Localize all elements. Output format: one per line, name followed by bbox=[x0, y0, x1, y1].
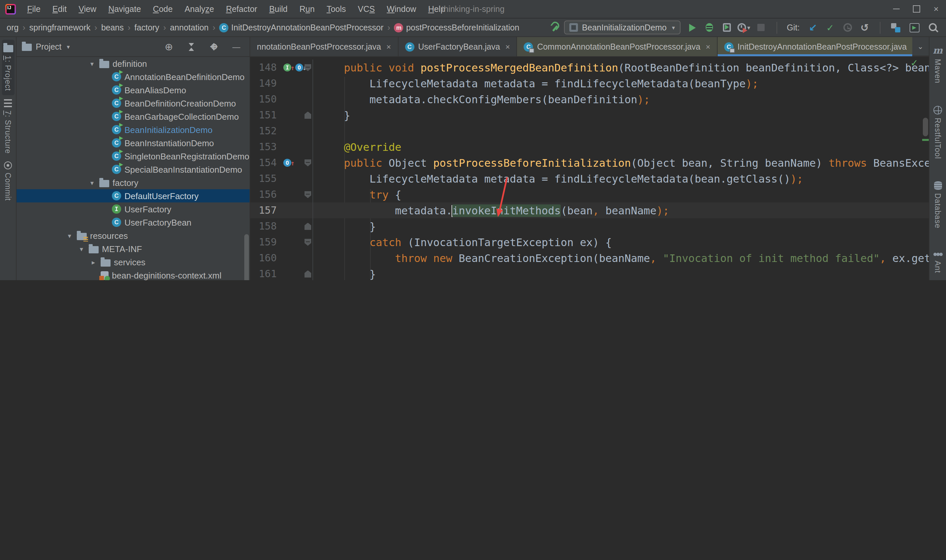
close-icon[interactable]: × bbox=[926, 0, 946, 18]
menu-item-edit[interactable]: Edit bbox=[46, 4, 72, 14]
stripe-ant[interactable]: Ant bbox=[932, 247, 944, 277]
code-line[interactable]: 158 } bbox=[250, 218, 929, 234]
compare-button[interactable] bbox=[888, 20, 904, 35]
fold-marker-icon[interactable] bbox=[305, 238, 311, 246]
code-line[interactable]: 159 catch (InvocationTargetException ex)… bbox=[250, 234, 929, 250]
menu-item-analyze[interactable]: Analyze bbox=[179, 4, 220, 14]
stripe-restfultool[interactable]: RestfulTool bbox=[932, 102, 943, 163]
menu-item-tools[interactable]: Tools bbox=[321, 4, 352, 14]
breadcrumb-item[interactable]: postProcessBeforeInitialization bbox=[393, 23, 521, 32]
project-tree-item[interactable]: BeanAliasDemo bbox=[17, 83, 250, 97]
project-tree-item[interactable]: ▾definition bbox=[17, 57, 250, 70]
code-line[interactable]: 149 LifecycleMetadata metadata = findLif… bbox=[250, 75, 929, 91]
menu-item-file[interactable]: File bbox=[21, 4, 46, 14]
editor-tab[interactable]: InitDestroyAnnotationBeanPostProcessor.j… bbox=[718, 37, 912, 56]
project-tree-item[interactable]: SingletonBeanRegistrationDemo bbox=[17, 149, 250, 163]
project-tree-item[interactable]: bean-deginitions-context.xml bbox=[17, 269, 250, 280]
code-line[interactable]: 160 throw new BeanCreationException(bean… bbox=[250, 250, 929, 266]
menu-item-run[interactable]: Run bbox=[294, 4, 321, 14]
gear-button[interactable] bbox=[206, 39, 222, 54]
project-tree-item[interactable]: SpecialBeanInstantiationDemo bbox=[17, 163, 250, 176]
menu-item-refactor[interactable]: Refactor bbox=[220, 4, 263, 14]
fold-marker-icon[interactable] bbox=[305, 64, 311, 71]
chevron-down-icon[interactable]: ▾ bbox=[67, 43, 70, 50]
tree-arrow-icon[interactable]: ▾ bbox=[77, 245, 85, 252]
code-line[interactable]: 157 metadata.invokeInitMethods(bean, bea… bbox=[250, 202, 929, 218]
code-line[interactable]: 154O↑ public Object postProcessBeforeIni… bbox=[250, 155, 929, 171]
run-play-button[interactable] bbox=[684, 20, 700, 35]
stripe-commit[interactable]: Commit bbox=[3, 157, 13, 205]
run-anything-button[interactable] bbox=[906, 20, 922, 35]
impl-up-gutter-icon[interactable]: I↑ bbox=[283, 63, 294, 71]
hidden-tabs-icon[interactable]: ⌄ bbox=[912, 37, 929, 56]
breadcrumb-item[interactable]: annotation bbox=[168, 23, 210, 32]
menu-item-build[interactable]: Build bbox=[263, 4, 294, 14]
project-tree-item[interactable]: ▾factory bbox=[17, 176, 250, 189]
inspections-ok-icon[interactable]: ✓ bbox=[911, 58, 918, 68]
project-tree-item[interactable]: ▾META-INF bbox=[17, 242, 250, 255]
menu-item-window[interactable]: Window bbox=[381, 4, 422, 14]
tree-arrow-icon[interactable]: ▾ bbox=[66, 232, 74, 239]
minimize-icon[interactable] bbox=[886, 0, 906, 18]
code-line[interactable]: 151 } bbox=[250, 107, 929, 123]
profiler-button[interactable]: ▾ bbox=[736, 20, 752, 35]
code-line[interactable]: 161 } bbox=[250, 266, 929, 280]
code-editor[interactable]: 148I↑O↓ public void postProcessMergedBea… bbox=[250, 57, 929, 280]
project-tree-item[interactable]: BeanInstantiationDemo bbox=[17, 136, 250, 149]
project-tree-item[interactable]: BeanInitializationDemo bbox=[17, 123, 250, 136]
project-tree-item[interactable]: ▾resources bbox=[17, 229, 250, 242]
project-tree-item[interactable]: UserFactory bbox=[17, 202, 250, 216]
menu-item-navigate[interactable]: Navigate bbox=[102, 4, 147, 14]
search-everywhere-button[interactable] bbox=[925, 20, 941, 35]
stripe-maven[interactable]: Maven bbox=[931, 41, 944, 87]
hide-button[interactable] bbox=[228, 39, 244, 54]
project-tree-item[interactable]: UserFactoryBean bbox=[17, 216, 250, 229]
stripe-1-project[interactable]: 1: Project bbox=[2, 40, 14, 95]
vcs-revert-button[interactable] bbox=[857, 20, 872, 35]
debug-button[interactable] bbox=[701, 20, 717, 35]
vcs-commit-button[interactable] bbox=[822, 20, 838, 35]
code-line[interactable]: 148I↑O↓ public void postProcessMergedBea… bbox=[250, 60, 929, 75]
project-tree[interactable]: ▾definitionAnnotationBeanDefinitionDemoB… bbox=[17, 57, 250, 280]
code-line[interactable]: 150 metadata.checkConfigMembers(beanDefi… bbox=[250, 91, 929, 107]
locate-button[interactable] bbox=[161, 39, 177, 54]
fold-marker-icon[interactable] bbox=[305, 270, 311, 277]
project-vertical-scrollbar[interactable] bbox=[244, 234, 249, 280]
tree-arrow-icon[interactable]: ▾ bbox=[88, 179, 96, 186]
project-tree-item[interactable]: ▸services bbox=[17, 255, 250, 269]
build-wrench-icon[interactable] bbox=[550, 22, 560, 33]
coverage-button[interactable] bbox=[719, 20, 735, 35]
fold-marker-icon[interactable] bbox=[305, 191, 311, 198]
code-line[interactable]: 152 bbox=[250, 123, 929, 139]
project-tree-item[interactable]: BeanGarbageCollectionDemo bbox=[17, 110, 250, 123]
fold-marker-icon[interactable] bbox=[305, 111, 311, 119]
project-tree-item[interactable]: AnnotationBeanDefinitionDemo bbox=[17, 70, 250, 83]
run-config-combo[interactable]: BeanInitializationDemo ▾ bbox=[564, 20, 680, 34]
breadcrumb-item[interactable]: factory bbox=[133, 23, 160, 32]
override-up-gutter-icon[interactable]: O↑ bbox=[283, 159, 294, 167]
project-panel-title[interactable]: Project bbox=[36, 42, 62, 51]
fold-marker-icon[interactable] bbox=[305, 159, 311, 166]
editor-vertical-scrollbar[interactable] bbox=[923, 118, 928, 136]
tree-arrow-icon[interactable]: ▾ bbox=[88, 60, 96, 67]
stop-button[interactable] bbox=[753, 20, 769, 35]
stripe-database[interactable]: Database bbox=[932, 178, 943, 232]
menu-item-code[interactable]: Code bbox=[147, 4, 179, 14]
collapse-all-button[interactable] bbox=[183, 39, 199, 54]
editor-tab[interactable]: CommonAnnotationBeanPostProcessor.java× bbox=[517, 37, 718, 56]
menu-item-view[interactable]: View bbox=[72, 4, 102, 14]
breadcrumb-item[interactable]: beans bbox=[100, 23, 125, 32]
project-tree-item[interactable]: DefaultUserFactory bbox=[17, 189, 250, 202]
maximize-icon[interactable] bbox=[906, 0, 926, 18]
vcs-history-button[interactable] bbox=[840, 20, 855, 35]
code-line[interactable]: 155 LifecycleMetadata metadata = findLif… bbox=[250, 171, 929, 186]
breadcrumb-item[interactable]: springframework bbox=[28, 23, 92, 32]
close-tab-icon[interactable]: × bbox=[505, 42, 510, 51]
close-tab-icon[interactable]: × bbox=[706, 42, 710, 51]
editor-tab[interactable]: UserFactoryBean.java× bbox=[398, 37, 517, 56]
vcs-update-button[interactable] bbox=[805, 20, 821, 35]
code-line[interactable]: 156 try { bbox=[250, 186, 929, 202]
project-tree-item[interactable]: BeanDefinitionCreationDemo bbox=[17, 97, 250, 110]
editor-tab[interactable]: nnotationBeanPostProcessor.java× bbox=[250, 37, 398, 56]
breadcrumb-item[interactable]: InitDestroyAnnotationBeanPostProcessor bbox=[218, 23, 385, 32]
